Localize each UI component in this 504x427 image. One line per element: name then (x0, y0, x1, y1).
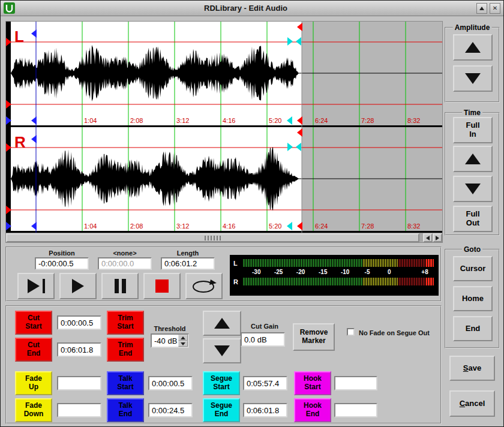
segue-start-button[interactable]: Segue Start (203, 371, 240, 395)
hook-start-button[interactable]: Hook Start (294, 371, 331, 395)
titlebar[interactable]: RDLibrary - Edit Audio ✕ (1, 1, 503, 16)
threshold-value: -40 dB (152, 335, 178, 347)
length-field: 0:06:01.2 (161, 257, 215, 270)
play-icon (72, 279, 84, 293)
trim-end-button[interactable]: Trim End (107, 338, 144, 362)
scroll-left-icon (426, 236, 430, 240)
waveform-left-channel[interactable]: 1:042:083:124:165:206:247:288:32L (6, 22, 442, 127)
down-arrow-icon (181, 342, 185, 345)
save-button[interactable]: Save (449, 356, 495, 381)
svg-text:3:12: 3:12 (176, 117, 189, 124)
meter-tick: -20 (296, 269, 305, 275)
goto-cursor-button[interactable]: Cursor (453, 256, 493, 281)
segue-end-button[interactable]: Segue End (203, 398, 240, 422)
hook-end-field[interactable] (334, 403, 377, 417)
scrollbar-thumb[interactable] (6, 233, 419, 242)
svg-text:5:20: 5:20 (269, 222, 281, 230)
talk-start-field[interactable]: 0:00:00.5 (148, 376, 193, 390)
svg-text:6:24: 6:24 (315, 117, 328, 124)
meter-tick: +8 (421, 269, 428, 275)
goto-end-button[interactable]: End (453, 316, 493, 341)
amplitude-group: Amplitude (445, 27, 500, 103)
pause-button[interactable] (101, 273, 139, 299)
cut-start-button[interactable]: Cut Start (15, 311, 52, 335)
svg-text:7:28: 7:28 (361, 117, 374, 124)
fade-down-button[interactable]: Fade Down (15, 398, 52, 422)
waveform-right-channel[interactable]: 1:042:083:124:165:206:247:288:32R (6, 127, 442, 233)
marker-position-field: 0:00:00.0 (98, 257, 152, 270)
threshold-up-button[interactable] (178, 335, 188, 341)
time-zoom-out-button[interactable] (453, 176, 493, 202)
goto-home-button[interactable]: Home (453, 286, 493, 311)
fade-up-field[interactable] (57, 376, 101, 390)
scroll-left-button[interactable] (423, 233, 433, 242)
amplitude-down-button[interactable] (453, 65, 493, 92)
amplitude-up-button[interactable] (453, 34, 493, 61)
rivendell-app-icon (4, 2, 15, 14)
gain-down-button[interactable] (203, 338, 241, 363)
talk-end-button[interactable]: Talk End (107, 398, 144, 422)
hook-start-field[interactable] (334, 376, 377, 390)
segue-end-field[interactable]: 0:06:01.8 (243, 403, 287, 417)
up-arrow-icon (214, 318, 230, 329)
cut-gain-label: Cut Gain (241, 323, 289, 330)
play-button[interactable] (59, 273, 97, 299)
transport-panel: Position <none> Length -0:00:00.5 0:00:0… (5, 246, 442, 302)
talk-end-field[interactable]: 0:00:24.5 (148, 403, 193, 417)
cancel-button[interactable]: Cancel (449, 390, 495, 417)
stop-button[interactable] (143, 273, 181, 299)
play-from-cursor-icon (28, 279, 40, 293)
up-arrow-icon (465, 42, 481, 53)
time-zoom-in-button[interactable] (453, 146, 493, 172)
up-arrow-icon (181, 336, 185, 339)
talk-start-button[interactable]: Talk Start (107, 371, 144, 395)
cut-end-button[interactable]: Cut End (15, 338, 52, 362)
meter-right-label: R (233, 278, 239, 285)
no-fade-checkbox[interactable] (347, 328, 355, 336)
waveform-scrollbar[interactable] (6, 233, 442, 242)
svg-text:1:04: 1:04 (84, 117, 97, 124)
full-out-button[interactable]: Full Out (453, 206, 493, 232)
svg-text:8:32: 8:32 (407, 222, 420, 230)
meter-tick: -5 (365, 269, 370, 275)
loop-button[interactable] (185, 273, 223, 299)
down-arrow-icon (465, 73, 481, 84)
segue-start-field[interactable]: 0:05:57.4 (243, 376, 287, 390)
shade-button[interactable] (476, 3, 487, 14)
amplitude-group-title: Amplitude (453, 23, 492, 32)
svg-text:R: R (14, 133, 26, 151)
svg-text:2:08: 2:08 (130, 222, 143, 230)
down-arrow-icon (214, 345, 230, 356)
full-in-button[interactable]: Full In (453, 117, 493, 143)
cut-start-field[interactable]: 0:00:00.5 (57, 315, 101, 330)
threshold-down-button[interactable] (178, 341, 188, 347)
length-label: Length (161, 249, 215, 257)
no-fade-label: No Fade on Segue Out (359, 329, 430, 336)
svg-text:L: L (14, 28, 24, 46)
audio-level-meter: L -30 -25 -20 -15 -10 -5 0 +8 R (230, 255, 439, 296)
cut-gain-field[interactable]: 0.0 dB (241, 332, 285, 347)
play-from-cursor-button[interactable] (17, 273, 55, 299)
close-button[interactable]: ✕ (490, 3, 500, 14)
stop-icon (155, 279, 169, 293)
edit-audio-window: RDLibrary - Edit Audio ✕ 1:042:083:124:1… (0, 0, 504, 427)
scroll-right-button[interactable] (433, 233, 442, 242)
svg-text:4:16: 4:16 (223, 222, 235, 230)
window-title: RDLibrary - Edit Audio (17, 4, 474, 13)
gain-up-button[interactable] (203, 311, 241, 336)
threshold-label: Threshold (149, 325, 190, 332)
threshold-spinbox[interactable]: -40 dB (151, 333, 189, 348)
marker-name-label: <none> (98, 249, 152, 257)
loop-icon (191, 278, 217, 294)
svg-text:8:32: 8:32 (407, 117, 420, 124)
hook-end-button[interactable]: Hook End (294, 398, 331, 422)
fade-up-button[interactable]: Fade Up (15, 371, 52, 395)
position-field[interactable]: -0:00:00.5 (35, 257, 89, 270)
cut-end-field[interactable]: 0:06:01.8 (57, 342, 101, 357)
meter-tick: -25 (274, 269, 283, 275)
remove-marker-button[interactable]: Remove Marker (293, 323, 335, 351)
meter-tick: -10 (341, 269, 349, 275)
fade-down-field[interactable] (57, 403, 101, 417)
scrollbar-grip-icon (205, 236, 221, 240)
trim-start-button[interactable]: Trim Start (107, 311, 144, 335)
